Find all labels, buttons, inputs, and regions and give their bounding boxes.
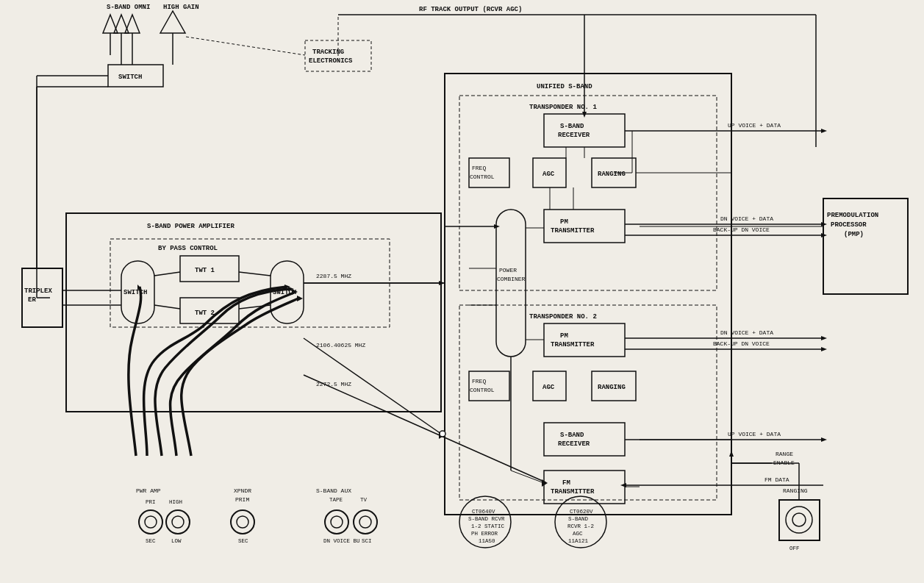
high-label: HIGH xyxy=(169,499,182,505)
agc1-label: AGC xyxy=(542,171,555,178)
freq-control2-label2: CONTROL xyxy=(470,387,495,393)
pwr-amp-label: PWR AMP xyxy=(136,487,161,494)
up-voice-data2-label: UP VOICE + DATA xyxy=(728,431,781,437)
twt2-label: TWT 2 xyxy=(195,310,215,317)
sec-label: SEC xyxy=(146,538,156,544)
sci-label: SCI xyxy=(362,538,372,544)
ct0620v-label3: RCVR 1-2 xyxy=(567,523,594,529)
sband-receiver1-label2: RECEIVER xyxy=(558,132,590,139)
ct0640v-label: CT0640V xyxy=(472,509,495,515)
power-combiner-label: POWER xyxy=(499,267,517,273)
pm-transmitter2-label2: TRANSMITTER xyxy=(551,341,595,348)
tracking-electronics-label: TRACKING xyxy=(312,49,344,56)
twt1-label: TWT 1 xyxy=(195,267,215,274)
bypass-control-label: BY PASS CONTROL xyxy=(158,245,218,252)
freq-2287-label: 2287.5 MHZ xyxy=(316,273,351,279)
high-gain-label: HIGH GAIN xyxy=(163,4,199,11)
dn-voice-data2-label: DN VOICE + DATA xyxy=(720,329,773,336)
up-voice-data1-label: UP VOICE + DATA xyxy=(728,122,781,129)
sband-aux-label: S-BAND AUX xyxy=(316,487,351,494)
ranging2-label: RANGING xyxy=(598,384,626,391)
sband-omni-label: S-BAND OMNI xyxy=(107,4,150,11)
backup-dn-voice1-label: BACK-UP DN VOICE xyxy=(713,226,770,233)
svg-point-83 xyxy=(440,431,445,437)
freq-2272-label: 2272.5 MHZ xyxy=(316,381,351,387)
range-enable-label: RANGE xyxy=(776,451,793,457)
pm-transmitter1-label: PM xyxy=(560,218,568,226)
pm-transmitter2-label: PM xyxy=(560,332,568,340)
xpndr-prim-label2: PRIM xyxy=(235,496,249,503)
ct0640v-label3: 1-2 STATIC xyxy=(471,523,505,529)
fm-data-label: FM DATA xyxy=(764,476,789,483)
dn-voice-bu-label: DN VOICE BU xyxy=(323,538,360,544)
pmp-label2: PROCESSOR xyxy=(831,221,867,229)
ct0640v-label2: S-BAND RCVR xyxy=(468,516,505,522)
fm-transmitter-label2: TRANSMITTER xyxy=(551,488,595,496)
sband-receiver2-label2: RECEIVER xyxy=(558,440,590,448)
agc2-label: AGC xyxy=(542,384,555,391)
fm-transmitter-label: FM xyxy=(562,479,570,487)
pmp-label: PREMODULATION xyxy=(827,212,878,219)
switch-label-top: SWITCH xyxy=(118,74,142,81)
backup-dn-voice2-label: BACK-UP DN VOICE xyxy=(713,340,770,347)
sec2-label: SEC xyxy=(238,538,248,544)
switch-left-label: SWITCH xyxy=(123,289,147,296)
transponder2-label: TRANSPONDER NO. 2 xyxy=(529,313,597,321)
ranging1-label: RANGING xyxy=(598,171,626,178)
ct0620v-label4: AGC xyxy=(573,531,583,537)
off-label: OFF xyxy=(789,546,800,551)
ct0620v-label: CT0620V xyxy=(570,509,593,515)
diagram-container: S-BAND OMNI HIGH GAIN SWITCH TRACKING EL… xyxy=(0,0,924,583)
freq-control1-label2: CONTROL xyxy=(470,174,495,180)
triplexer-label: TRIPLEX xyxy=(24,287,52,295)
freq-2106-label: 2106.40625 MHZ xyxy=(316,342,365,348)
power-combiner-label2: COMBINER xyxy=(497,276,526,282)
low-label: LOW xyxy=(171,538,182,544)
ct0640v-label5: 11A50 xyxy=(479,538,495,544)
freq-control2-label: FREQ xyxy=(472,378,486,385)
tape-label: TAPE xyxy=(329,497,343,503)
ct0620v-label2: S-BAND xyxy=(568,516,589,522)
tracking-electronics-label2: ELECTRONICS xyxy=(309,57,353,65)
xpndr-prim-label: XPNDR xyxy=(234,487,251,494)
ranging-connector-label: RANGING xyxy=(783,487,808,494)
pm-transmitter1-label2: TRANSMITTER xyxy=(551,227,595,235)
triplexer-label2: ER xyxy=(28,296,36,304)
tv-label: TV xyxy=(360,497,368,503)
pri-label: PRI xyxy=(146,499,156,505)
rf-track-output-label: RF TRACK OUTPUT (RCVR AGC) xyxy=(419,6,522,13)
sband-receiver1-label: S-BAND xyxy=(560,123,584,130)
pmp-label3: (PMP) xyxy=(844,231,864,238)
ct0640v-label4: PH ERROR xyxy=(471,531,498,537)
sband-power-amp-label: S-BAND POWER AMPLIFIER xyxy=(147,223,234,230)
ct0620v-label5: 11A121 xyxy=(568,538,589,544)
freq-control1-label: FREQ xyxy=(472,165,486,171)
dn-voice-data1-label: DN VOICE + DATA xyxy=(720,215,773,222)
transponder1-label: TRANSPONDER NO. 1 xyxy=(529,104,597,111)
sband-receiver2-label: S-BAND xyxy=(560,432,584,439)
